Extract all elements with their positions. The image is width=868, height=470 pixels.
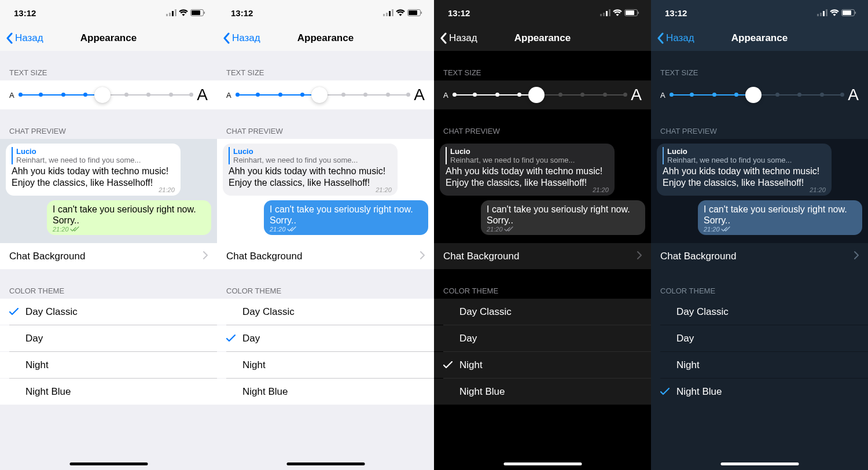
screen-night: 13:12 Назад Appearance TEXT SIZE A A <box>434 0 651 470</box>
big-a-label: A <box>631 86 642 104</box>
incoming-message: Lucio Reinhart, we need to find you some… <box>440 144 615 196</box>
section-chat-preview: CHAT PREVIEW <box>0 109 217 139</box>
text-size-slider[interactable] <box>454 87 626 103</box>
chat-preview: Lucio Reinhart, we need to find you some… <box>217 139 434 243</box>
incoming-message: Lucio Reinhart, we need to find you some… <box>657 144 832 196</box>
back-button[interactable]: Назад <box>440 32 477 44</box>
incoming-message: Lucio Reinhart, we need to find you some… <box>223 144 398 196</box>
theme-label: Day Classic <box>242 306 295 318</box>
outgoing-text: I can't take you seriously right now. So… <box>53 204 205 226</box>
theme-option-0[interactable]: Day Classic <box>434 299 651 325</box>
svg-rect-19 <box>626 10 634 15</box>
reply-text: Reinhart, we need to find you some... <box>233 156 392 164</box>
svg-rect-27 <box>855 12 856 14</box>
small-a-label: A <box>226 91 231 100</box>
home-indicator <box>503 462 582 465</box>
section-chat-preview: CHAT PREVIEW <box>434 109 651 139</box>
theme-option-2[interactable]: Night <box>0 352 217 378</box>
back-label: Назад <box>666 32 694 44</box>
outgoing-text: I can't take you seriously right now. So… <box>487 204 639 226</box>
chat-background-label: Chat Background <box>226 251 302 262</box>
theme-option-2[interactable]: Night <box>651 352 868 378</box>
reply-name: Lucio <box>667 147 826 156</box>
chat-background-row[interactable]: Chat Background <box>0 243 217 269</box>
back-button[interactable]: Назад <box>657 32 694 44</box>
theme-option-0[interactable]: Day Classic <box>651 299 868 325</box>
status-icons <box>166 9 205 16</box>
theme-option-1[interactable]: Day <box>0 325 217 351</box>
theme-label: Day <box>242 333 260 344</box>
theme-option-1[interactable]: Day <box>434 325 651 351</box>
text-size-slider-cell: A A <box>434 80 651 109</box>
nav-bar: Назад Appearance <box>651 25 868 51</box>
big-a-label: A <box>414 86 425 104</box>
status-bar: 13:12 <box>217 0 434 25</box>
section-text-size: TEXT SIZE <box>434 51 651 80</box>
svg-rect-5 <box>192 10 200 15</box>
svg-rect-16 <box>606 11 608 16</box>
theme-label: Day Classic <box>676 306 729 318</box>
theme-option-1[interactable]: Day <box>651 325 868 351</box>
svg-rect-6 <box>204 12 205 14</box>
theme-label: Night <box>676 359 700 371</box>
theme-label: Night Blue <box>242 386 288 398</box>
theme-label: Night Blue <box>676 386 722 398</box>
small-a-label: A <box>443 91 448 100</box>
back-button[interactable]: Назад <box>223 32 260 44</box>
svg-rect-0 <box>166 14 168 16</box>
section-text-size: TEXT SIZE <box>217 51 434 80</box>
text-size-slider-cell: A A <box>0 80 217 109</box>
theme-option-0[interactable]: Day Classic <box>0 299 217 325</box>
reply-text: Reinhart, we need to find you some... <box>16 156 175 164</box>
theme-option-3[interactable]: Night Blue <box>434 379 651 405</box>
incoming-text: Ahh you kids today with techno music! En… <box>446 166 609 189</box>
outgoing-message: I can't take you seriously right now. So… <box>264 200 428 235</box>
chat-background-label: Chat Background <box>660 251 736 262</box>
back-label: Назад <box>449 32 477 44</box>
theme-option-2[interactable]: Night <box>434 352 651 378</box>
incoming-text: Ahh you kids today with techno music! En… <box>12 166 175 189</box>
theme-option-1[interactable]: Day <box>217 325 434 351</box>
screen-day-classic: 13:12 Назад Appearance TEXT SIZE A A <box>0 0 217 470</box>
chat-background-row[interactable]: Chat Background <box>651 243 868 269</box>
svg-rect-26 <box>843 10 851 15</box>
section-color-theme: COLOR THEME <box>651 269 868 299</box>
theme-label: Night <box>459 359 483 371</box>
section-chat-preview: CHAT PREVIEW <box>217 109 434 139</box>
svg-rect-15 <box>603 13 605 16</box>
check-icon <box>660 388 676 395</box>
outgoing-message: I can't take you seriously right now. So… <box>481 200 645 235</box>
theme-label: Day Classic <box>25 306 78 318</box>
svg-rect-8 <box>386 13 388 16</box>
content: TEXT SIZE A A CHAT PREVIEW Lucio Reinhar… <box>651 51 868 470</box>
home-indicator <box>286 462 365 465</box>
svg-rect-17 <box>609 9 610 16</box>
svg-rect-1 <box>169 13 171 16</box>
chat-background-row[interactable]: Chat Background <box>434 243 651 269</box>
svg-rect-2 <box>172 11 174 16</box>
reply-name: Lucio <box>16 147 175 156</box>
theme-option-0[interactable]: Day Classic <box>217 299 434 325</box>
text-size-slider[interactable] <box>237 87 409 103</box>
svg-rect-3 <box>175 9 176 16</box>
nav-bar: Назад Appearance <box>217 25 434 51</box>
chat-preview: Lucio Reinhart, we need to find you some… <box>0 139 217 243</box>
text-size-slider[interactable] <box>671 87 843 103</box>
status-icons <box>600 9 639 16</box>
text-size-slider[interactable] <box>20 87 192 103</box>
theme-option-3[interactable]: Night Blue <box>217 379 434 405</box>
chat-preview: Lucio Reinhart, we need to find you some… <box>651 139 868 243</box>
back-button[interactable]: Назад <box>6 32 43 44</box>
theme-option-3[interactable]: Night Blue <box>651 379 868 405</box>
status-bar: 13:12 <box>434 0 651 25</box>
status-bar: 13:12 <box>651 0 868 25</box>
svg-rect-14 <box>600 14 602 16</box>
theme-option-2[interactable]: Night <box>217 352 434 378</box>
outgoing-time: 21:20 <box>704 226 856 233</box>
theme-option-3[interactable]: Night Blue <box>0 379 217 405</box>
home-indicator <box>720 462 799 465</box>
svg-rect-10 <box>392 9 393 16</box>
incoming-text: Ahh you kids today with techno music! En… <box>663 166 826 189</box>
section-color-theme: COLOR THEME <box>0 269 217 299</box>
chat-background-row[interactable]: Chat Background <box>217 243 434 269</box>
